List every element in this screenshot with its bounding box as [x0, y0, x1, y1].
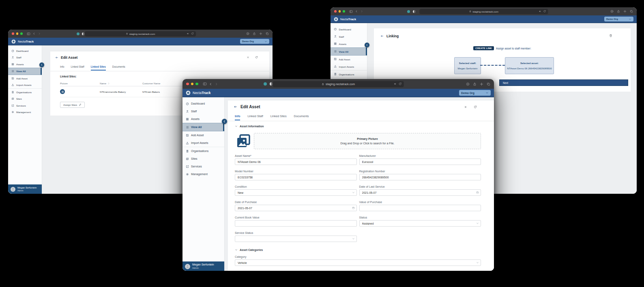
sidebar-item-assets[interactable]: Assets [8, 61, 42, 68]
new-tab-icon[interactable] [480, 82, 483, 86]
date-of-last-service-input[interactable] [359, 189, 481, 196]
trash-icon[interactable] [609, 34, 612, 37]
condition-select[interactable] [235, 189, 357, 196]
shield-extension-icon[interactable] [413, 10, 416, 13]
sidebar-item-staff[interactable]: Staff [331, 33, 367, 40]
zoom-window-button[interactable] [343, 10, 345, 13]
zoom-window-button[interactable] [20, 32, 23, 35]
user-profile[interactable]: Megan SerfonteinAdmin [8, 184, 42, 194]
nav-back-icon[interactable] [32, 32, 36, 35]
org-selector[interactable]: Demo Org [459, 90, 491, 96]
sidebar-item-organisations[interactable]: Organisations [331, 70, 367, 78]
sidebar-item-import-assets[interactable]: Import Assets [182, 139, 224, 147]
sidebar-item-import-assets[interactable]: Import Assets [331, 63, 367, 70]
downloads-icon[interactable] [610, 10, 614, 13]
minimize-window-button[interactable] [339, 10, 341, 13]
tab-info[interactable]: Info [60, 65, 64, 71]
column-header-name[interactable]: Name [100, 82, 142, 85]
sidebar-item-services[interactable]: Services [182, 163, 224, 170]
nav-forward-icon[interactable] [215, 82, 218, 86]
nav-back-icon[interactable] [209, 82, 213, 86]
sidebar-item-view-all[interactable]: View All [182, 123, 224, 131]
sidebar-toggle-icon[interactable] [203, 82, 207, 86]
org-selector[interactable]: Demo Org [240, 39, 269, 44]
tab-linked-sites[interactable]: Linked Sites [91, 65, 106, 71]
address-bar[interactable]: staging.nectatrack.com [419, 9, 548, 14]
assign-sites-button[interactable]: Assign Sites [60, 102, 85, 108]
sidebar-collapse-button[interactable] [222, 119, 227, 124]
sidebar-item-view-all[interactable]: View All [8, 68, 42, 75]
close-window-button[interactable] [186, 83, 189, 86]
column-header-customer-name[interactable]: Customer Name [142, 82, 184, 85]
sidebar-item-services[interactable]: Services [8, 102, 42, 109]
sidebar-item-sites[interactable]: Sites [182, 155, 224, 163]
selected-staff-box[interactable]: Selected staff: Megan Serfontein [454, 57, 481, 74]
close-window-button[interactable] [12, 32, 14, 35]
sidebar-item-dashboard[interactable]: Dashboard [182, 100, 224, 107]
tab-linked-sites[interactable]: Linked Sites [270, 114, 287, 120]
share-icon[interactable] [473, 82, 477, 86]
section-asset-categories[interactable]: Asset Categories [235, 248, 481, 251]
close-window-button[interactable] [334, 10, 337, 13]
reload-icon[interactable] [543, 10, 546, 13]
sidebar-item-organisations[interactable]: Organisations [8, 88, 42, 96]
sidebar-item-dashboard[interactable]: Dashboard [331, 26, 367, 33]
extension-icon[interactable] [407, 10, 410, 13]
date-of-purchase-input[interactable] [235, 205, 357, 211]
sidebar-item-assets[interactable]: Assets [331, 40, 367, 47]
refresh-icon[interactable] [474, 105, 477, 109]
sidebar-item-management[interactable]: Management [8, 109, 42, 116]
extension-icon[interactable] [264, 82, 267, 86]
sidebar-collapse-button[interactable] [39, 62, 44, 67]
tab-linked-staff[interactable]: Linked Staff [247, 114, 263, 120]
tab-documents[interactable]: Documents [294, 114, 309, 120]
value-of-purchase-input[interactable] [359, 205, 481, 211]
close-icon[interactable] [247, 56, 249, 59]
minimize-window-button[interactable] [191, 83, 194, 86]
model-number-input[interactable] [235, 174, 357, 180]
sidebar-item-view-all[interactable]: View All [331, 47, 367, 56]
tab-info[interactable]: Info [235, 114, 240, 120]
sidebar-item-staff[interactable]: Staff [182, 107, 224, 115]
sidebar-item-import-assets[interactable]: Import Assets [8, 82, 42, 89]
tab-overview-icon[interactable] [630, 10, 633, 13]
shield-extension-icon[interactable] [82, 32, 85, 35]
sidebar-toggle-icon[interactable] [27, 32, 30, 36]
minimize-window-button[interactable] [16, 32, 19, 35]
selected-asset-box[interactable]: Selected asset: NTAsset Demo 06 26645423… [505, 57, 554, 74]
nav-forward-icon[interactable] [38, 32, 41, 35]
refresh-icon[interactable] [255, 56, 258, 59]
primary-picture-dropzone[interactable]: Primary Picture Drag and Drop or Click t… [254, 133, 481, 149]
sidebar-item-management[interactable]: Management [182, 170, 224, 178]
column-header-picture[interactable]: Picture [60, 82, 100, 85]
user-profile[interactable]: Megan SerfonteinAdmin [182, 261, 224, 271]
tab-documents[interactable]: Documents [112, 65, 125, 71]
back-icon[interactable] [55, 56, 58, 59]
back-icon[interactable] [234, 105, 237, 109]
sidebar-item-organisations[interactable]: Organisations [182, 147, 224, 155]
tab-overview-icon[interactable] [487, 82, 490, 86]
status-select[interactable] [359, 220, 481, 227]
sidebar-item-add-asset[interactable]: Add Asset [8, 75, 42, 82]
current-book-value-input[interactable] [235, 220, 357, 227]
manufacturer-input[interactable] [359, 158, 481, 165]
sidebar-item-sites[interactable]: Sites [8, 96, 42, 103]
section-asset-information[interactable]: Asset Information [235, 125, 481, 128]
registration-number-input[interactable] [359, 174, 481, 180]
reload-icon[interactable] [191, 32, 194, 35]
org-selector[interactable]: Demo Org [604, 17, 633, 21]
nav-forward-icon[interactable] [360, 10, 363, 13]
downloads-icon[interactable] [246, 32, 249, 35]
tab-overview-icon[interactable] [266, 32, 269, 35]
sidebar-item-add-asset[interactable]: Add Asset [182, 131, 224, 139]
new-tab-icon[interactable] [623, 10, 627, 13]
sidebar-item-assets[interactable]: Assets [182, 115, 224, 123]
reload-icon[interactable] [398, 82, 401, 86]
extension-icon[interactable] [77, 32, 79, 35]
asset-name-input[interactable] [235, 158, 357, 165]
zoom-window-button[interactable] [195, 83, 198, 86]
service-status-select[interactable] [235, 236, 357, 242]
address-bar[interactable]: staging.nectatrack.com [273, 81, 404, 87]
back-icon[interactable] [380, 34, 384, 38]
sidebar-collapse-button[interactable] [365, 43, 369, 47]
